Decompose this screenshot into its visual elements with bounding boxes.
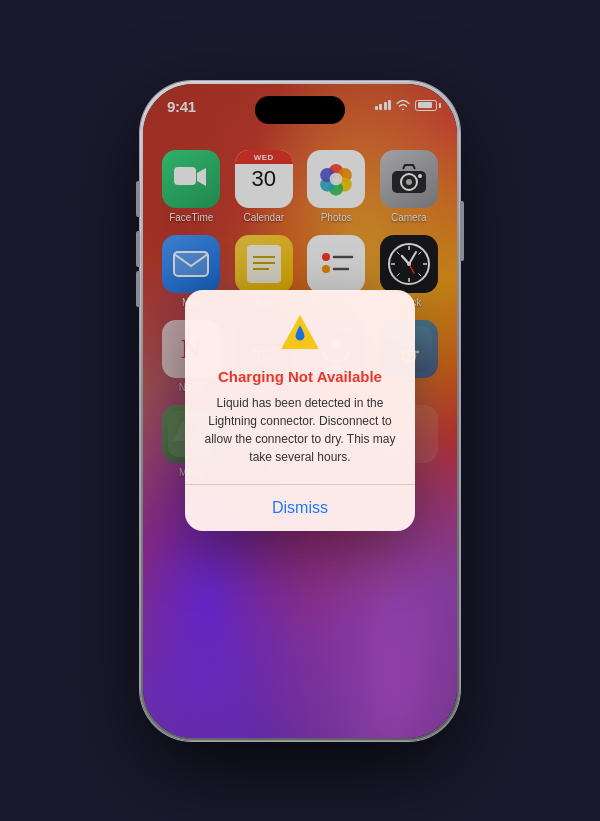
alert-dismiss-button[interactable]: Dismiss [185, 485, 415, 531]
screen: 9:41 [143, 84, 457, 738]
phone-inner: 9:41 [143, 84, 457, 738]
alert-dialog: Charging Not Available Liquid has been d… [185, 290, 415, 531]
alert-warning-icon [278, 312, 322, 356]
alert-content: Charging Not Available Liquid has been d… [185, 290, 415, 484]
alert-overlay: Charging Not Available Liquid has been d… [143, 84, 457, 738]
alert-message: Liquid has been detected in the Lightnin… [203, 394, 397, 466]
alert-title: Charging Not Available [218, 368, 382, 386]
phone-frame: 9:41 [140, 81, 460, 741]
